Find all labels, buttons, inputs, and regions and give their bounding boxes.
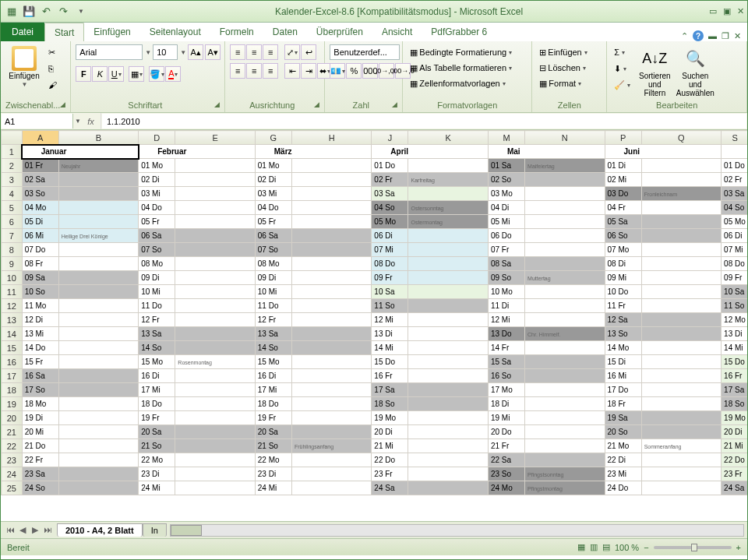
calendar-cell[interactable]: 03 Mo [488, 187, 524, 201]
calendar-note[interactable] [291, 383, 371, 397]
calendar-cell[interactable]: 17 Mi [255, 383, 291, 397]
ribbon-tab-ansicht[interactable]: Ansicht [372, 23, 422, 41]
month-header[interactable]: Februar [139, 145, 256, 159]
month-header[interactable]: März [255, 145, 372, 159]
calendar-note[interactable] [525, 355, 605, 369]
calendar-cell[interactable]: 21 Mi [372, 439, 408, 453]
calendar-note[interactable] [525, 453, 605, 467]
calendar-note[interactable] [58, 453, 138, 467]
calendar-cell[interactable]: 01 Do [372, 159, 408, 173]
calendar-note[interactable] [408, 397, 488, 411]
calendar-note[interactable] [525, 439, 605, 453]
calendar-cell[interactable]: 23 Mi [605, 467, 641, 481]
calendar-note[interactable] [408, 369, 488, 383]
calendar-cell[interactable]: 18 Mo [22, 397, 58, 411]
row-header[interactable]: 21 [2, 425, 23, 439]
calendar-cell[interactable]: 23 Fr [722, 467, 747, 481]
calendar-note[interactable]: Fronleichnam [641, 187, 721, 201]
view-pagebreak-icon[interactable]: ▤ [602, 542, 610, 552]
calendar-cell[interactable]: 24 Do [605, 481, 641, 495]
calendar-note[interactable] [641, 285, 721, 299]
maximize-icon[interactable]: ▣ [723, 6, 731, 16]
calendar-cell[interactable]: 11 So [722, 299, 747, 313]
calendar-note[interactable] [175, 313, 255, 327]
calendar-note[interactable] [175, 453, 255, 467]
calendar-cell[interactable]: 14 So [139, 341, 175, 355]
find-select-button[interactable]: 🔍 Suchen und Auswählen [676, 44, 714, 99]
calendar-cell[interactable]: 03 Mi [255, 187, 291, 201]
calendar-cell[interactable]: 15 Do [722, 355, 747, 369]
row-header[interactable]: 3 [2, 173, 23, 187]
calendar-note[interactable] [525, 313, 605, 327]
calendar-cell[interactable]: 11 Do [255, 299, 291, 313]
calendar-cell[interactable]: 09 Di [255, 271, 291, 285]
clear-button[interactable]: 🧹▾ [612, 77, 633, 93]
calendar-note[interactable] [408, 453, 488, 467]
calendar-cell[interactable]: 11 Do [139, 299, 175, 313]
calendar-cell[interactable]: 04 So [372, 201, 408, 215]
calendar-note[interactable] [58, 313, 138, 327]
calendar-cell[interactable]: 17 Do [605, 383, 641, 397]
calendar-note[interactable] [408, 481, 488, 495]
calendar-note[interactable]: Pfingstmontag [525, 481, 605, 495]
calendar-note[interactable] [58, 383, 138, 397]
calendar-note[interactable] [641, 159, 721, 173]
calendar-note[interactable] [291, 201, 371, 215]
calendar-cell[interactable]: 06 So [605, 229, 641, 243]
calendar-note[interactable] [175, 411, 255, 425]
calendar-cell[interactable]: 12 Mi [372, 313, 408, 327]
calendar-cell[interactable]: 23 Sa [22, 467, 58, 481]
calendar-cell[interactable]: 01 Sa [488, 159, 524, 173]
calendar-note[interactable] [291, 299, 371, 313]
minimize-ribbon-icon[interactable]: ⌃ [681, 31, 688, 41]
calendar-cell[interactable]: 03 So [22, 187, 58, 201]
calendar-note[interactable] [58, 243, 138, 257]
calendar-note[interactable] [408, 159, 488, 173]
save-icon[interactable]: 💾 [21, 4, 37, 19]
calendar-note[interactable] [175, 257, 255, 271]
calendar-note[interactable] [291, 257, 371, 271]
horizontal-scrollbar[interactable] [170, 524, 744, 537]
calendar-note[interactable]: Heilige Drei Könige [58, 229, 138, 243]
calendar-cell[interactable]: 08 Do [722, 257, 747, 271]
calendar-cell[interactable]: 16 Fr [372, 369, 408, 383]
zoom-out-icon[interactable]: − [644, 543, 648, 552]
calendar-cell[interactable]: 06 Do [488, 229, 524, 243]
calendar-cell[interactable]: 11 So [372, 299, 408, 313]
col-header[interactable]: B [58, 131, 138, 145]
font-color-button[interactable]: A▾ [165, 66, 181, 82]
calendar-cell[interactable]: 21 Mi [722, 439, 747, 453]
calendar-note[interactable] [175, 383, 255, 397]
calendar-note[interactable] [58, 327, 138, 341]
calendar-cell[interactable]: 20 Sa [139, 425, 175, 439]
calendar-cell[interactable]: 22 Di [605, 453, 641, 467]
calendar-cell[interactable]: 20 Mi [22, 425, 58, 439]
calendar-cell[interactable]: 08 Do [372, 257, 408, 271]
row-header[interactable]: 24 [2, 467, 23, 481]
delete-cells-button[interactable]: ⊟Löschen▾ [537, 60, 588, 76]
calendar-cell[interactable]: 17 So [22, 383, 58, 397]
close-icon[interactable]: ✕ [737, 6, 744, 16]
calendar-note[interactable] [175, 243, 255, 257]
calendar-note[interactable]: Ostermontag [408, 215, 488, 229]
calendar-cell[interactable]: 23 Di [139, 467, 175, 481]
calendar-cell[interactable]: 13 Sa [139, 327, 175, 341]
calendar-cell[interactable]: 02 Fr [722, 173, 747, 187]
col-header[interactable]: D [139, 131, 175, 145]
row-header[interactable]: 15 [2, 341, 23, 355]
calendar-note[interactable] [408, 271, 488, 285]
shrink-font-button[interactable]: A▾ [205, 44, 221, 60]
calendar-cell[interactable]: 16 Di [139, 369, 175, 383]
calendar-cell[interactable]: 19 Sa [605, 411, 641, 425]
calendar-note[interactable] [408, 313, 488, 327]
row-header[interactable]: 10 [2, 271, 23, 285]
calendar-cell[interactable]: 17 Sa [372, 383, 408, 397]
calendar-note[interactable] [408, 355, 488, 369]
calendar-cell[interactable]: 01 Fr [22, 159, 58, 173]
calendar-cell[interactable]: 05 Sa [605, 215, 641, 229]
col-header[interactable]: J [372, 131, 408, 145]
row-header[interactable]: 11 [2, 285, 23, 299]
row-header[interactable]: 17 [2, 369, 23, 383]
calendar-note[interactable] [408, 327, 488, 341]
calendar-note[interactable] [525, 173, 605, 187]
